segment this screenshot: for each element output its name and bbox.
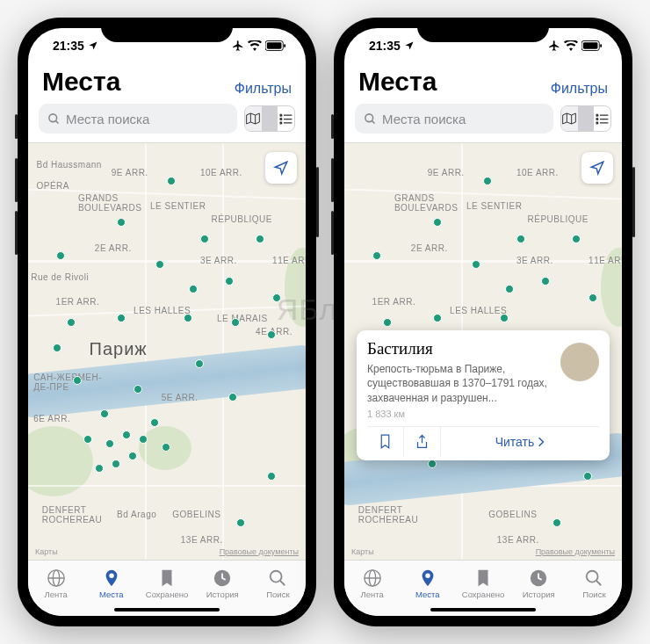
place-thumbnail [560,343,599,381]
status-time: 21:35 [369,39,401,53]
map-view-toggle[interactable] [561,106,578,131]
map-icon [246,112,260,125]
place-distance: 1 833 км [367,409,552,419]
clock-icon [528,568,549,588]
legal-link[interactable]: Правовые документы [536,547,615,556]
list-view-toggle[interactable] [594,106,610,131]
locate-me-button[interactable] [581,152,613,184]
bookmark-icon [156,568,177,588]
tab-history[interactable]: История [195,561,250,607]
battery-icon [581,40,603,51]
map-attribution: Карты Правовые документы [351,547,615,556]
place-card[interactable]: Бастилия Крепость-тюрьма в Париже, сущес… [357,330,610,460]
svg-line-4 [55,120,58,123]
svg-point-3 [49,113,57,121]
list-view-toggle[interactable] [278,106,294,131]
page-header: Места Фильтры [344,63,622,104]
svg-point-28 [596,118,598,119]
location-arrow-icon [88,40,98,51]
search-input[interactable]: Места поиска [39,104,237,134]
search-tab-icon [267,568,288,588]
search-placeholder: Места поиска [382,112,466,127]
view-toggle[interactable] [244,105,295,132]
svg-point-22 [365,113,373,121]
location-arrow-icon [404,40,415,51]
svg-line-37 [596,581,602,586]
search-placeholder: Места поиска [66,112,149,127]
page-title: Места [42,67,120,97]
svg-point-7 [280,114,282,116]
svg-point-36 [587,571,598,582]
card-share-button[interactable] [404,427,441,457]
map-canvas[interactable]: Bd Haussmann OPÉRA 9E ARR. 10E ARR. GRAN… [28,143,306,560]
svg-point-30 [596,121,598,123]
globe-icon [362,568,383,588]
tab-feed[interactable]: Лента [28,561,83,607]
locate-me-button[interactable] [265,152,297,184]
card-bookmark-button[interactable] [367,427,404,457]
clock-icon [212,568,233,588]
svg-rect-21 [600,44,602,47]
tab-places[interactable]: Места [83,561,139,607]
chevron-right-icon [538,437,545,447]
tab-history[interactable]: История [511,561,567,607]
airplane-icon [232,40,244,52]
filters-button[interactable]: Фильтры [235,81,292,97]
map-view-toggle[interactable] [245,106,262,131]
status-bar: 21:35 [344,28,622,63]
search-icon [47,112,61,126]
pin-icon [417,568,438,588]
home-indicator[interactable] [114,608,220,611]
place-description: Крепость-тюрьма в Париже, существовавшая… [367,362,552,405]
filters-button[interactable]: Фильтры [551,81,608,97]
tab-saved[interactable]: Сохранено [455,561,510,607]
search-input[interactable]: Места поиска [355,104,553,134]
airplane-icon [548,40,560,52]
search-tab-icon [583,568,604,588]
svg-rect-1 [267,42,282,48]
status-bar: 21:35 [28,28,306,63]
phone-frame-left: 21:35 Места Фильтры Места поиска [18,18,316,626]
list-icon [279,113,292,125]
svg-point-26 [596,114,598,116]
tab-search[interactable]: Поиск [250,561,306,607]
pin-icon [101,568,122,588]
navigation-icon [273,160,289,176]
phone-frame-right: 21:35 Места Фильтры Места поиска [334,18,632,626]
bookmark-outline-icon [379,434,392,449]
svg-line-23 [372,120,374,123]
svg-rect-2 [284,44,285,47]
tab-search[interactable]: Поиск [567,561,622,607]
map-icon [562,112,576,125]
place-title: Бастилия [367,339,552,358]
svg-rect-20 [583,42,598,48]
share-icon [415,434,429,450]
tab-feed[interactable]: Лента [344,561,400,607]
home-indicator[interactable] [430,608,536,611]
list-icon [596,113,609,125]
page-header: Места Фильтры [28,63,306,104]
globe-icon [46,568,67,588]
battery-icon [265,40,286,51]
svg-line-18 [280,581,285,586]
view-toggle[interactable] [560,105,611,132]
wifi-icon [564,40,578,51]
svg-point-11 [280,121,282,123]
svg-point-9 [280,118,282,119]
search-icon [364,112,377,126]
map-attribution: Карты Правовые документы [35,547,299,556]
page-title: Места [358,67,437,97]
legal-link[interactable]: Правовые документы [220,547,299,556]
map-canvas[interactable]: 9E ARR. 10E ARR. GRANDSBOULEVARDS LE SEN… [344,143,622,560]
status-time: 21:35 [53,39,84,53]
card-read-button[interactable]: Читать [441,427,599,457]
wifi-icon [248,40,262,51]
tab-places[interactable]: Места [400,561,455,607]
navigation-icon [589,160,605,176]
tab-saved[interactable]: Сохранено [139,561,194,607]
svg-point-17 [271,571,282,582]
bookmark-icon [473,568,494,588]
